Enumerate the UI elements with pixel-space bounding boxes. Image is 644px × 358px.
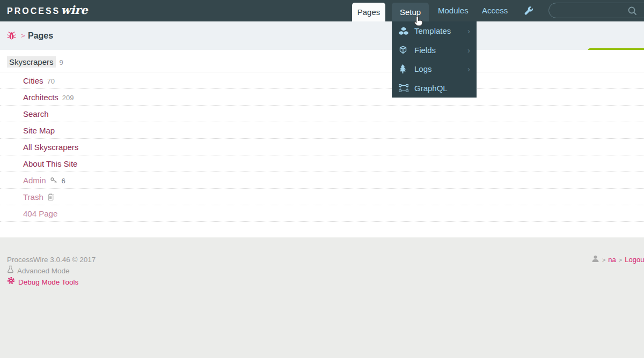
- logout-link[interactable]: Logout: [625, 256, 644, 264]
- menu-item-graphql[interactable]: GraphQL: [392, 79, 477, 98]
- flask-icon: [7, 265, 14, 277]
- advanced-mode-line: Advanced Mode: [7, 265, 96, 277]
- gear-icon: [7, 277, 15, 288]
- breadcrumb-current-page: Pages: [28, 21, 53, 50]
- page-link[interactable]: Skyscrapers: [7, 56, 56, 68]
- page-link[interactable]: Trash: [23, 192, 43, 202]
- tree-row-about-this-site: About This Site: [0, 155, 644, 172]
- menu-item-label: Logs: [414, 64, 432, 73]
- trash-icon: [47, 193, 54, 203]
- menu-item-logs[interactable]: Logs ›: [392, 59, 477, 79]
- tab-pages[interactable]: Pages: [352, 3, 385, 21]
- tree-row-all-skyscrapers: All Skyscrapers: [0, 139, 644, 155]
- advanced-mode-label: Advanced Mode: [17, 265, 70, 277]
- cubes-icon: [399, 27, 409, 35]
- page-link[interactable]: Cities: [23, 76, 43, 85]
- tab-access[interactable]: Access: [482, 0, 508, 21]
- page-link[interactable]: Search: [23, 109, 49, 118]
- tree-row-trash: Trash: [0, 189, 644, 205]
- tree-icon: [399, 64, 409, 73]
- chevron-right-icon: ›: [467, 27, 470, 35]
- logo-text-process: PROCESS: [7, 6, 60, 16]
- search-icon[interactable]: [627, 6, 637, 18]
- masthead: PROCESSwire Pages Setup Modules Access: [0, 0, 644, 21]
- wrench-icon[interactable]: [524, 6, 534, 18]
- menu-item-label: GraphQL: [414, 84, 448, 93]
- search-box: [548, 3, 644, 18]
- menu-item-label: Templates: [414, 26, 451, 35]
- tree-row-site-map: Site Map: [0, 122, 644, 139]
- search-input[interactable]: [555, 4, 631, 17]
- tree-row-search: Search: [0, 106, 644, 122]
- footer: ProcessWire 3.0.46 © 2017 Advanced Mode …: [0, 237, 644, 358]
- tree-row-cities: Cities70: [0, 72, 644, 89]
- version-text: ProcessWire 3.0.46 © 2017: [7, 254, 96, 265]
- debug-mode-tools-label: Debug Mode Tools: [18, 277, 78, 288]
- menu-item-label: Fields: [414, 46, 436, 55]
- menu-item-templates[interactable]: Templates ›: [392, 21, 477, 41]
- child-count: 70: [47, 77, 55, 85]
- chevron-right-icon: ›: [467, 46, 470, 54]
- processwire-admin: PROCESSwire Pages Setup Modules Access T…: [0, 0, 644, 358]
- breadcrumb-separator: >: [21, 21, 25, 50]
- child-count: 9: [60, 58, 63, 66]
- debug-mode-tools-link[interactable]: Debug Mode Tools: [7, 277, 96, 288]
- page-link[interactable]: About This Site: [23, 159, 77, 168]
- breadcrumb: > Pages Add New: [0, 21, 644, 50]
- page-link[interactable]: All Skyscrapers: [23, 143, 78, 152]
- tree-row-skyscrapers: Skyscrapers9: [0, 56, 644, 72]
- page-link[interactable]: Admin: [23, 176, 46, 185]
- user-profile-link[interactable]: na: [608, 256, 616, 264]
- child-count: 6: [62, 177, 65, 185]
- home-bug-icon[interactable]: [7, 31, 16, 42]
- setup-dropdown-menu: Templates › Fields › Logs › GraphQL: [392, 21, 477, 98]
- tree-row-admin: Admin6: [0, 172, 644, 189]
- tree-row-architects: Architects209: [0, 89, 644, 106]
- chevron-right-icon: ›: [467, 65, 470, 73]
- footer-separator: >: [602, 257, 605, 263]
- object-group-icon: [399, 84, 409, 92]
- logo-text-wire: wire: [61, 3, 87, 17]
- tree-row-404-page: 404 Page: [0, 205, 644, 222]
- page-tree: Skyscrapers9 Cities70 Architects209 Sear…: [0, 50, 644, 237]
- cube-icon: [399, 46, 409, 54]
- menu-item-fields[interactable]: Fields ›: [392, 41, 477, 60]
- processwire-logo[interactable]: PROCESSwire: [7, 3, 88, 17]
- key-icon: [50, 177, 58, 186]
- page-link[interactable]: 404 Page: [23, 209, 57, 218]
- page-link[interactable]: Architects: [23, 93, 58, 102]
- child-count: 209: [62, 94, 74, 102]
- footer-separator: >: [619, 257, 622, 263]
- user-icon: [591, 255, 599, 264]
- page-link[interactable]: Site Map: [23, 126, 55, 135]
- tab-setup[interactable]: Setup: [392, 3, 429, 21]
- tab-modules[interactable]: Modules: [438, 0, 469, 21]
